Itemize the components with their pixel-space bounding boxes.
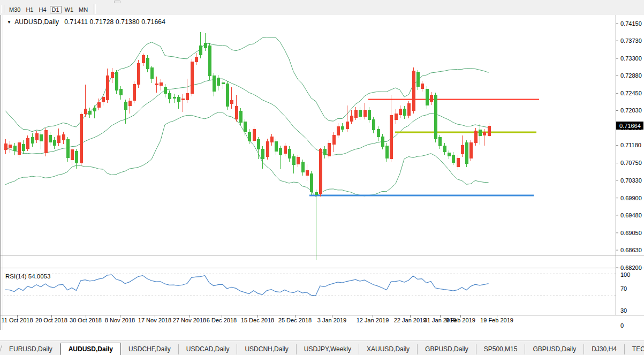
chart-window[interactable]: 0.741500.737300.733000.728800.724500.720… <box>0 15 644 341</box>
svg-text:0.73300: 0.73300 <box>620 55 642 62</box>
svg-text:0.72450: 0.72450 <box>620 90 642 96</box>
toolbar-grip-icon[interactable] <box>1 5 4 13</box>
svg-text:11 Oct 2018: 11 Oct 2018 <box>1 317 33 323</box>
chart-tab-sp500-m15[interactable]: SP500,M15 <box>476 344 526 354</box>
svg-text:3 Jan 2019: 3 Jan 2019 <box>317 317 346 323</box>
rsi-indicator-label: RSI(14) 54.0053 <box>5 273 50 280</box>
svg-text:0.68200: 0.68200 <box>620 265 642 271</box>
svg-text:30 Oct 2018: 30 Oct 2018 <box>70 317 102 323</box>
svg-text:12 Jan 2019: 12 Jan 2019 <box>357 317 389 323</box>
chart-tab-gbpusd-daily[interactable]: GBPUSD,Daily <box>418 344 476 354</box>
svg-text:17 Nov 2018: 17 Nov 2018 <box>138 317 171 323</box>
svg-text:0.69050: 0.69050 <box>620 230 642 236</box>
svg-text:0.70750: 0.70750 <box>620 160 642 166</box>
chart-tab-audusd-daily[interactable]: AUDUSD,Daily <box>60 343 121 355</box>
svg-text:0.74150: 0.74150 <box>620 20 642 27</box>
svg-text:100: 100 <box>620 271 630 278</box>
timeframe-button-h4[interactable]: H4 <box>36 6 48 13</box>
svg-text:22 Jan 2019: 22 Jan 2019 <box>394 317 427 323</box>
chart-title: ▼AUDUSD,Daily0.71411 0.71728 0.71380 0.7… <box>7 18 165 26</box>
candlestick-series <box>4 32 491 260</box>
svg-text:0.70330: 0.70330 <box>620 177 642 184</box>
svg-text:0.69900: 0.69900 <box>620 195 642 201</box>
svg-text:0.68630: 0.68630 <box>620 247 642 253</box>
price-axis: 0.741500.737300.733000.728800.724500.720… <box>616 20 642 271</box>
chart-tab-usdchf-daily[interactable]: USDCHF,Daily <box>121 344 179 354</box>
chart-tab-bar: EURUSD,DailyAUDUSD,DailyUSDCHF,DailyUSDC… <box>0 341 644 355</box>
chart-tab-xauusd-daily[interactable]: XAUUSD,Daily <box>359 344 418 354</box>
chart-tab-dj30-h4[interactable]: DJ30,H4 <box>584 344 625 354</box>
chart-tab-gbpusd-daily[interactable]: GBPUSD,Daily <box>525 344 584 354</box>
trading-terminal: M30H1H4D1W1MN 0.741500.737300.733000.728… <box>0 0 644 355</box>
timeframe-button-d1[interactable]: D1 <box>50 6 62 13</box>
timeframe-button-mn[interactable]: MN <box>77 6 90 13</box>
svg-text:8 Nov 2018: 8 Nov 2018 <box>105 317 135 323</box>
svg-text:0.71180: 0.71180 <box>620 142 641 148</box>
svg-text:9 Feb 2019: 9 Feb 2019 <box>445 317 475 323</box>
svg-text:0.69480: 0.69480 <box>620 212 642 218</box>
price-chart-canvas[interactable]: 0.741500.737300.733000.728800.724500.720… <box>0 15 644 341</box>
svg-text:25 Dec 2018: 25 Dec 2018 <box>278 317 312 323</box>
svg-text:0.73730: 0.73730 <box>620 37 642 44</box>
chart-tab-usdjpy-weekly[interactable]: USDJPY,Weekly <box>297 344 359 354</box>
bollinger-bands <box>5 37 489 197</box>
symbol-period-label: AUDUSD,Daily <box>14 18 59 26</box>
svg-text:70: 70 <box>620 285 627 292</box>
current-price-badge: 0.71664 <box>616 122 643 130</box>
timeframe-button-w1[interactable]: W1 <box>63 6 76 13</box>
svg-text:15 Dec 2018: 15 Dec 2018 <box>241 317 274 323</box>
svg-text:0.71664: 0.71664 <box>619 123 641 129</box>
timeframe-button-m30[interactable]: M30 <box>7 6 22 13</box>
toolbar-separator <box>94 4 96 14</box>
ohlc-values: 0.71411 0.71728 0.71380 0.71664 <box>64 18 165 26</box>
svg-text:27 Nov 2018: 27 Nov 2018 <box>173 317 206 323</box>
chart-tab-eurusd-daily[interactable]: EURUSD,Daily <box>2 344 60 354</box>
svg-text:0.72880: 0.72880 <box>620 72 642 79</box>
svg-text:30: 30 <box>620 307 627 314</box>
timeframe-button-h1[interactable]: H1 <box>24 6 35 13</box>
chart-tab-tech100-[interactable]: TECH100, <box>625 344 644 354</box>
chart-tab-usdcad-daily[interactable]: USDCAD,Daily <box>179 344 238 354</box>
chart-menu-icon[interactable]: ▼ <box>7 20 11 25</box>
date-axis: 11 Oct 201820 Oct 201830 Oct 20188 Nov 2… <box>1 315 513 323</box>
chart-tab-usdcnh-daily[interactable]: USDCNH,Daily <box>237 344 296 354</box>
timeframe-toolbar: M30H1H4D1W1MN <box>0 3 644 16</box>
svg-text:0.72030: 0.72030 <box>620 107 642 114</box>
svg-text:19 Feb 2019: 19 Feb 2019 <box>480 317 513 323</box>
svg-text:0: 0 <box>620 322 624 329</box>
svg-text:20 Oct 2018: 20 Oct 2018 <box>35 317 67 323</box>
svg-text:6 Dec 2018: 6 Dec 2018 <box>207 317 237 323</box>
